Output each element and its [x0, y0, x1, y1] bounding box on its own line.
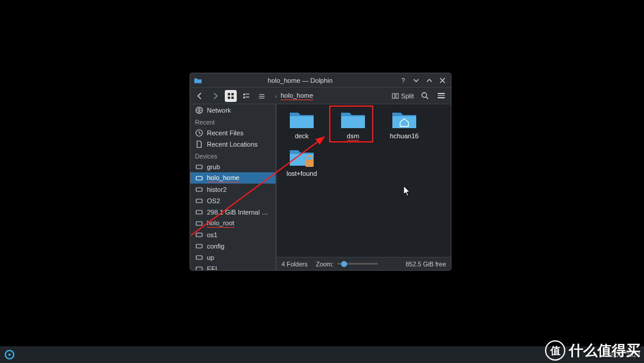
minimize-button[interactable]	[411, 76, 421, 85]
sidebar-device-internal-drive[interactable]: 298.1 GiB Internal Drive (s…	[190, 206, 275, 218]
watermark-text: 什么值得买	[569, 341, 640, 360]
svg-rect-4	[243, 94, 245, 95]
folder-label: dsm	[347, 132, 360, 141]
drive-icon	[195, 163, 203, 171]
start-menu-button[interactable]	[4, 349, 16, 361]
svg-rect-0	[228, 93, 230, 95]
toolbar: › holo_home Split	[190, 88, 451, 104]
app-icon	[194, 76, 202, 85]
split-view-button[interactable]: Split	[392, 92, 414, 100]
svg-point-33	[8, 353, 11, 356]
svg-rect-30	[305, 160, 314, 167]
help-button[interactable]: ?	[398, 76, 408, 85]
home-folder-icon	[391, 109, 417, 131]
sidebar-item-label: os1	[207, 231, 218, 238]
sidebar-item-label: EFI	[207, 265, 217, 271]
folder-lost-found[interactable]: lost+found	[284, 147, 320, 177]
sidebar-device-config[interactable]: config	[190, 240, 275, 252]
sidebar-device-holo-home[interactable]: holo_home	[190, 172, 275, 184]
sidebar-device-grub[interactable]: grub	[190, 161, 275, 172]
drive-icon	[195, 185, 203, 194]
close-button[interactable]	[438, 76, 447, 85]
svg-rect-20	[196, 199, 202, 203]
svg-rect-5	[246, 94, 249, 95]
svg-rect-7	[246, 97, 249, 98]
svg-rect-11	[392, 94, 395, 98]
globe-icon	[195, 106, 203, 114]
sidebar-section-devices: Devices	[190, 150, 275, 161]
svg-rect-24	[196, 244, 202, 248]
hamburger-icon	[438, 93, 445, 98]
zoom-slider[interactable]	[338, 263, 378, 265]
svg-rect-21	[196, 210, 202, 214]
maximize-button[interactable]	[425, 76, 434, 85]
places-sidebar[interactable]: Network Recent Recent Files Recent Locat…	[190, 104, 276, 270]
sidebar-item-label: histor2	[207, 186, 227, 193]
sidebar-item-label: grub	[207, 163, 220, 170]
sidebar-item-label: holo_home	[207, 174, 239, 182]
sidebar-device-os2[interactable]: OS2	[190, 195, 275, 206]
view-details-button[interactable]	[256, 90, 268, 102]
folder-label: hchuan16	[390, 132, 419, 139]
window-title: holo_home — Dolphin	[206, 77, 395, 84]
menu-button[interactable]	[435, 90, 447, 102]
svg-line-14	[426, 97, 428, 100]
drive-icon	[195, 231, 203, 239]
sidebar-section-recent: Recent	[190, 116, 275, 127]
sidebar-device-histor2[interactable]: histor2	[190, 184, 275, 195]
mouse-cursor-icon	[403, 185, 411, 197]
sidebar-device-efi[interactable]: EFI	[190, 263, 275, 270]
drive-icon	[195, 174, 203, 182]
sidebar-recent-files[interactable]: Recent Files	[190, 127, 275, 138]
zoom-slider-thumb[interactable]	[341, 261, 347, 267]
folder-label: lost+found	[286, 170, 317, 177]
watermark: 值 什么值得买	[545, 340, 640, 361]
drive-icon	[195, 197, 203, 205]
svg-rect-17	[196, 165, 202, 169]
drive-icon	[195, 253, 203, 262]
svg-rect-26	[196, 267, 202, 271]
content-pane[interactable]: deck dsm hchuan16 lost+found	[276, 104, 451, 270]
svg-rect-12	[396, 94, 398, 98]
svg-rect-9	[259, 96, 265, 97]
svg-point-13	[422, 93, 426, 98]
svg-rect-3	[231, 97, 234, 99]
nav-forward-button[interactable]	[209, 90, 221, 102]
folder-count: 4 Folders	[281, 260, 308, 268]
search-button[interactable]	[419, 90, 431, 102]
sidebar-device-holo-root[interactable]: holo_root	[190, 218, 275, 229]
view-icons-button[interactable]	[225, 90, 237, 102]
svg-rect-18	[196, 176, 202, 180]
svg-rect-19	[196, 188, 202, 191]
watermark-badge: 值	[545, 340, 565, 361]
sidebar-device-os1[interactable]: os1	[190, 229, 275, 240]
svg-rect-8	[259, 94, 265, 95]
sidebar-item-label: config	[207, 243, 224, 250]
drive-icon	[195, 242, 203, 250]
sidebar-recent-locations[interactable]: Recent Locations	[190, 138, 275, 150]
dolphin-window: holo_home — Dolphin ? › holo_hom	[190, 73, 451, 271]
view-compact-button[interactable]	[240, 90, 252, 102]
sidebar-network[interactable]: Network	[190, 104, 275, 116]
zoom-label: Zoom:	[316, 260, 334, 268]
svg-rect-1	[231, 93, 234, 95]
drive-icon	[195, 265, 203, 271]
document-icon	[195, 140, 203, 148]
sidebar-device-up[interactable]: up	[190, 252, 275, 263]
sidebar-item-label: Network	[207, 107, 231, 114]
sidebar-item-label: OS2	[207, 197, 220, 204]
folder-hchuan16[interactable]: hchuan16	[386, 109, 422, 141]
folder-deck[interactable]: deck	[284, 109, 320, 141]
breadcrumb-separator: ›	[275, 92, 277, 100]
folder-icon	[289, 109, 315, 131]
folder-dsm[interactable]: dsm	[335, 109, 371, 141]
folder-label: deck	[295, 132, 308, 139]
zoom-control[interactable]: Zoom:	[316, 260, 378, 268]
drive-icon	[195, 208, 203, 216]
nav-back-button[interactable]	[194, 90, 206, 102]
breadcrumb-current[interactable]: holo_home	[281, 92, 313, 100]
sidebar-item-label: up	[207, 254, 214, 261]
breadcrumb[interactable]: › holo_home	[275, 92, 313, 100]
free-space: 852.5 GiB free	[405, 260, 446, 268]
svg-rect-25	[196, 256, 202, 259]
